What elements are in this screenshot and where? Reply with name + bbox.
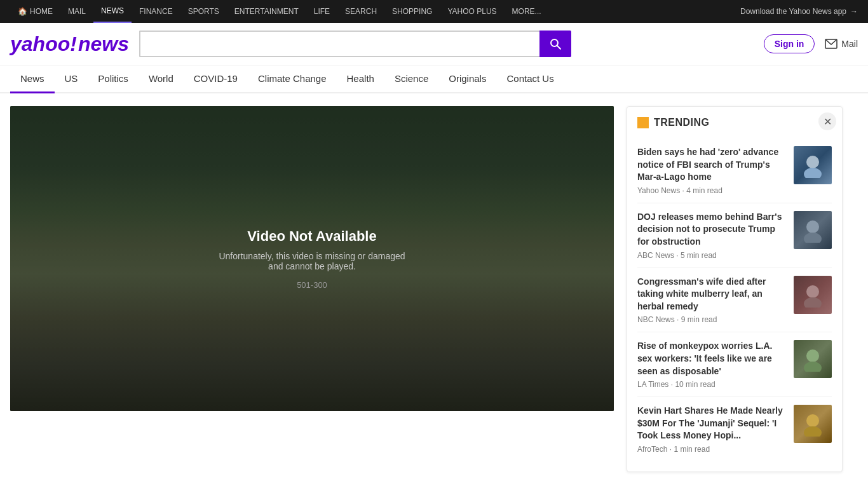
svg-point-10 <box>804 362 822 372</box>
trending-item-meta: Yahoo News · 4 min read <box>637 186 787 195</box>
monkey-thumbnail-image <box>800 346 825 372</box>
main-content: Video Not Available Unfortunately, this … <box>0 93 868 485</box>
svg-point-3 <box>806 156 819 168</box>
subnav-covid19[interactable]: COVID-19 <box>184 65 248 93</box>
subnav-health[interactable]: Health <box>337 65 384 93</box>
search-form <box>139 30 571 57</box>
home-icon: 🏠 <box>18 7 27 16</box>
top-nav-shopping[interactable]: SHOPPING <box>384 0 440 23</box>
trending-item-thumbnail <box>794 276 832 314</box>
page-header: yahoo!news Sign in Mail <box>0 23 868 65</box>
header-actions: Sign in Mail <box>764 34 858 53</box>
trending-item-text: DOJ releases memo behind Barr's decision… <box>637 211 787 260</box>
video-not-available-title: Video Not Available <box>247 228 376 245</box>
sidebar: TRENDING ✕ Biden says he had 'zero' adva… <box>627 106 843 472</box>
top-nav-sports[interactable]: SPORTS <box>180 0 227 23</box>
trending-title: TRENDING <box>654 117 710 128</box>
biden-thumbnail-image <box>800 152 825 178</box>
top-navigation: 🏠 HOME MAIL NEWS FINANCE SPORTS ENTERTAI… <box>0 0 868 23</box>
svg-point-12 <box>804 426 822 437</box>
trending-item-text: Congressman's wife died after taking whi… <box>637 276 787 325</box>
trending-item-title: Rise of monkeypox worries L.A. sex worke… <box>637 340 787 377</box>
trending-item-title: Kevin Hart Shares He Made Nearly $30M Fo… <box>637 405 787 442</box>
svg-point-8 <box>804 297 822 308</box>
download-app-link[interactable]: Download the Yahoo News app → <box>740 7 858 16</box>
subnav-news[interactable]: News <box>10 65 55 93</box>
subnav-contact-us[interactable]: Contact Us <box>496 65 564 93</box>
subnav-world[interactable]: World <box>139 65 184 93</box>
subnav-originals[interactable]: Originals <box>438 65 496 93</box>
video-error-code: 501-300 <box>297 280 327 290</box>
search-icon <box>549 37 562 50</box>
svg-point-11 <box>806 414 819 427</box>
mail-icon <box>825 39 837 49</box>
sign-in-button[interactable]: Sign in <box>764 34 815 53</box>
trending-item-meta: ABC News · 5 min read <box>637 251 787 260</box>
yahoo-news-logo[interactable]: yahoo!news <box>10 32 129 56</box>
logo-yahoo-text: yahoo! <box>10 34 77 54</box>
trending-icon <box>637 117 649 128</box>
svg-point-5 <box>806 220 819 233</box>
search-button[interactable] <box>539 30 571 57</box>
svg-line-1 <box>557 46 560 50</box>
top-nav-news[interactable]: NEWS <box>93 0 132 23</box>
svg-point-4 <box>804 168 822 178</box>
trending-item[interactable]: Rise of monkeypox worries L.A. sex worke… <box>637 332 832 397</box>
top-nav-entertainment[interactable]: ENTERTAINMENT <box>227 0 306 23</box>
top-nav-mail[interactable]: MAIL <box>60 0 93 23</box>
congress-thumbnail-image <box>800 282 825 308</box>
video-unavailable-overlay: Video Not Available Unfortunately, this … <box>10 106 614 411</box>
footer-logo-area: yahoo!news <box>0 485 868 488</box>
trending-item-text: Biden says he had 'zero' advance notice … <box>637 146 787 195</box>
subnav-politics[interactable]: Politics <box>88 65 139 93</box>
trending-item-title: DOJ releases memo behind Barr's decision… <box>637 211 787 248</box>
barr-thumbnail-image <box>800 217 825 243</box>
trending-item[interactable]: Kevin Hart Shares He Made Nearly $30M Fo… <box>637 397 832 461</box>
trending-item-title: Biden says he had 'zero' advance notice … <box>637 146 787 184</box>
top-nav-items: 🏠 HOME MAIL NEWS FINANCE SPORTS ENTERTAI… <box>10 0 740 23</box>
trending-item[interactable]: Congressman's wife died after taking whi… <box>637 268 832 333</box>
svg-point-6 <box>804 233 822 243</box>
trending-item-thumbnail <box>794 146 832 184</box>
trending-item-thumbnail <box>794 211 832 249</box>
trending-close-button[interactable]: ✕ <box>818 112 836 130</box>
trending-item-text: Kevin Hart Shares He Made Nearly $30M Fo… <box>637 405 787 454</box>
svg-point-9 <box>806 349 819 362</box>
subnav-climate-change[interactable]: Climate Change <box>248 65 337 93</box>
top-nav-more[interactable]: MORE... <box>505 0 549 23</box>
top-nav-home[interactable]: 🏠 HOME <box>10 0 60 23</box>
subnav-science[interactable]: Science <box>384 65 438 93</box>
top-nav-search[interactable]: SEARCH <box>337 0 384 23</box>
sub-navigation: News US Politics World COVID-19 Climate … <box>0 65 868 93</box>
search-input[interactable] <box>139 30 539 57</box>
arrow-right-icon: → <box>850 7 858 16</box>
video-section: Video Not Available Unfortunately, this … <box>10 106 614 472</box>
video-unavailable-subtitle: Unfortunately, this video is missing or … <box>210 251 414 271</box>
trending-header: TRENDING <box>637 117 832 128</box>
logo-news-text: news <box>78 32 129 56</box>
mail-link[interactable]: Mail <box>825 39 858 49</box>
trending-item-meta: LA Times · 10 min read <box>637 380 787 389</box>
hart-thumbnail-image <box>800 411 825 437</box>
trending-item-meta: NBC News · 9 min read <box>637 315 787 324</box>
subnav-us[interactable]: US <box>55 65 88 93</box>
trending-item-title: Congressman's wife died after taking whi… <box>637 276 787 313</box>
trending-item[interactable]: DOJ releases memo behind Barr's decision… <box>637 203 832 268</box>
top-nav-life[interactable]: LIFE <box>306 0 337 23</box>
top-nav-yahooplus[interactable]: YAHOO PLUS <box>440 0 504 23</box>
trending-item-thumbnail <box>794 340 832 378</box>
trending-item-meta: AfroTech · 1 min read <box>637 445 787 454</box>
trending-item[interactable]: Biden says he had 'zero' advance notice … <box>637 139 832 203</box>
top-nav-finance[interactable]: FINANCE <box>132 0 180 23</box>
svg-point-7 <box>806 285 819 298</box>
trending-item-thumbnail <box>794 405 832 443</box>
trending-item-text: Rise of monkeypox worries L.A. sex worke… <box>637 340 787 389</box>
video-player[interactable]: Video Not Available Unfortunately, this … <box>10 106 614 411</box>
trending-panel: TRENDING ✕ Biden says he had 'zero' adva… <box>627 106 843 472</box>
